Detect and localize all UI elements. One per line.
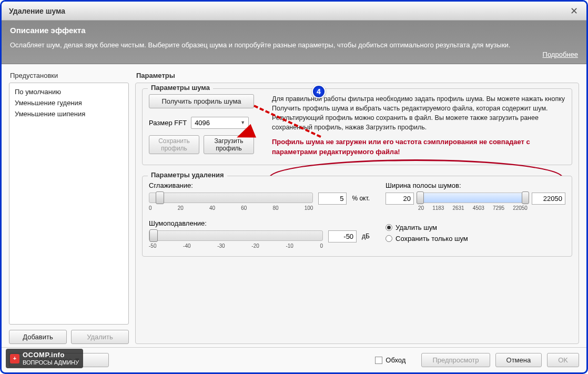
more-link[interactable]: Подробнее — [10, 50, 578, 58]
presets-buttons: Добавить Удалить — [9, 330, 129, 344]
annotation-badge: 4 — [312, 85, 326, 98]
ok-button[interactable]: OK — [547, 353, 579, 367]
profile-warning-text: Профиль шума не загружен или его частота… — [272, 137, 565, 157]
smoothing-ticks: 0 20 40 60 80 100 — [149, 205, 313, 211]
slider-thumb[interactable] — [149, 229, 158, 242]
description-text: Ослабляет шум, делая звук более чистым. … — [10, 40, 578, 50]
radio-icon — [386, 235, 392, 242]
preset-item[interactable]: Уменьшение шипения — [14, 108, 124, 119]
noise-params-legend: Параметры шума — [148, 84, 213, 92]
watermark-sub: ВОПРОСЫ АДМИНУ — [23, 359, 79, 366]
smoothing-label: Сглаживание: — [149, 181, 370, 189]
titlebar: Удаление шума ✕ — [2, 2, 586, 21]
presets-column: Предустановки По умолчанию Уменьшение гу… — [9, 69, 129, 345]
body-area: Предустановки По умолчанию Уменьшение гу… — [2, 64, 586, 348]
add-preset-button[interactable]: Добавить — [9, 330, 67, 344]
dialog-title: Удаление шума — [9, 7, 65, 15]
band-slider[interactable] — [418, 193, 528, 203]
removal-params-fieldset: Параметры удаления Сглаживание: — [142, 176, 572, 257]
noise-params-fieldset: Параметры шума Получить профиль шума Раз… — [142, 88, 572, 165]
fft-label: Размер FFT — [149, 119, 187, 127]
radio-remove-noise[interactable]: Удалить шум — [386, 224, 565, 231]
dialog-window: Удаление шума ✕ Описание эффекта Ослабля… — [0, 0, 588, 374]
band-label: Ширина полосы шумов: — [386, 181, 565, 189]
plus-icon: + — [10, 354, 19, 363]
preset-item[interactable]: По умолчанию — [14, 86, 124, 97]
watermark: + OCOMP.info ВОПРОСЫ АДМИНУ — [6, 349, 83, 368]
reduction-slider[interactable] — [149, 230, 323, 241]
slider-thumb-right[interactable] — [522, 191, 529, 204]
params-column: Параметры Параметры шума Получить профил… — [135, 69, 579, 345]
fft-value: 4096 — [195, 119, 210, 127]
remove-preset-button[interactable]: Удалить — [71, 330, 129, 344]
band-high-value[interactable] — [532, 193, 565, 205]
slider-thumb[interactable] — [156, 191, 164, 204]
load-profile-button[interactable]: Загрузить профиль — [204, 135, 254, 155]
bypass-label: Обход — [386, 356, 405, 364]
radio-keep-noise[interactable]: Сохранить только шум — [386, 235, 565, 242]
reduction-ticks: -50 -40 -30 -20 -10 0 — [149, 243, 323, 249]
reduction-label: Шумоподавление: — [149, 219, 370, 227]
smoothing-value[interactable] — [318, 193, 347, 205]
footer: Избранное ▼ Обход Предпросмотр Отмена OK — [2, 347, 586, 372]
slider-thumb-left[interactable] — [417, 191, 424, 204]
reduction-value[interactable] — [328, 230, 357, 242]
chevron-down-icon: ▼ — [240, 120, 245, 125]
smoothing-slider[interactable] — [149, 193, 313, 203]
get-noise-profile-button[interactable]: Получить профиль шума — [149, 94, 254, 108]
fft-size-combo[interactable]: 4096 ▼ — [191, 117, 249, 129]
noise-help-text: Для правильной работы фильтра необходимо… — [272, 94, 565, 133]
bypass-checkbox[interactable] — [375, 357, 382, 364]
params-panel: Параметры шума Получить профиль шума Раз… — [135, 83, 579, 345]
cancel-button[interactable]: Отмена — [495, 353, 542, 367]
save-profile-button[interactable]: Сохранить профиль — [149, 135, 199, 155]
smoothing-unit: % окт. — [352, 193, 370, 202]
close-icon[interactable]: ✕ — [567, 4, 581, 18]
radio-icon — [386, 224, 392, 231]
preset-item[interactable]: Уменьшение гудения — [14, 97, 124, 108]
description-banner: Описание эффекта Ослабляет шум, делая зв… — [2, 21, 586, 64]
params-title: Параметры — [135, 69, 579, 83]
band-ticks: 20 1183 2631 4503 7295 22050 — [418, 205, 528, 211]
presets-title: Предустановки — [9, 69, 129, 83]
removal-legend: Параметры удаления — [148, 171, 227, 179]
reduction-unit: дБ — [362, 230, 370, 240]
preview-button[interactable]: Предпросмотр — [421, 353, 490, 367]
watermark-brand: OCOMP.info — [23, 351, 65, 359]
band-low-value[interactable] — [386, 193, 414, 205]
presets-list[interactable]: По умолчанию Уменьшение гудения Уменьшен… — [9, 83, 129, 325]
description-title: Описание эффекта — [10, 26, 578, 35]
